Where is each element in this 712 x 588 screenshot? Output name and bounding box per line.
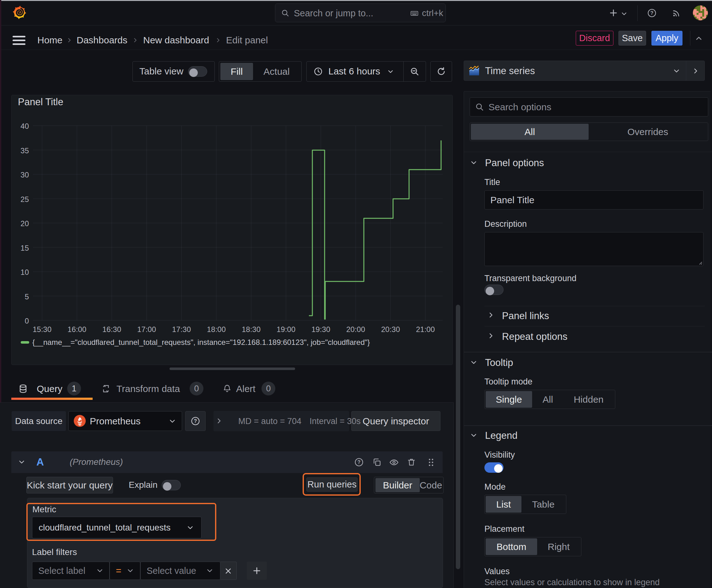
svg-text:16:30: 16:30: [102, 325, 121, 334]
svg-text:10: 10: [20, 268, 29, 276]
svg-text:16:00: 16:00: [67, 325, 86, 334]
svg-text:19:30: 19:30: [311, 325, 330, 334]
svg-text:5: 5: [25, 292, 29, 301]
svg-text:30: 30: [20, 171, 29, 179]
svg-text:{__name__="cloudflared_tunnel_: {__name__="cloudflared_tunnel_total_requ…: [33, 338, 370, 346]
svg-text:20:30: 20:30: [381, 325, 400, 334]
svg-text:18:30: 18:30: [242, 325, 261, 334]
svg-text:17:00: 17:00: [137, 325, 156, 334]
svg-text:35: 35: [20, 146, 29, 155]
svg-text:20:00: 20:00: [346, 325, 365, 334]
svg-text:20: 20: [20, 219, 29, 228]
svg-text:?: ?: [358, 459, 361, 465]
svg-text:17:30: 17:30: [172, 325, 191, 334]
svg-text:15:30: 15:30: [33, 325, 51, 334]
svg-text:15: 15: [20, 244, 29, 252]
svg-text:?: ?: [194, 418, 197, 424]
svg-text:21:00: 21:00: [416, 325, 435, 334]
svg-text:40: 40: [20, 122, 29, 130]
svg-text:18:00: 18:00: [207, 325, 226, 334]
svg-text:0: 0: [25, 317, 29, 325]
svg-text:?: ?: [650, 10, 654, 16]
svg-text:25: 25: [20, 195, 29, 204]
svg-text:19:00: 19:00: [277, 325, 296, 334]
